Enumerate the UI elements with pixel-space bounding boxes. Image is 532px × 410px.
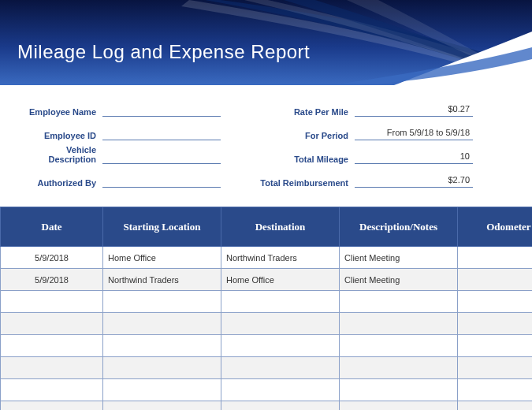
cell-date[interactable] [1, 313, 103, 335]
header-description: Description/Notes [340, 207, 458, 247]
total-mileage-value[interactable]: 10 [355, 151, 473, 164]
cell-dest[interactable] [221, 357, 340, 379]
employee-id-value[interactable] [102, 128, 221, 140]
cell-dest[interactable] [221, 379, 340, 401]
cell-desc[interactable]: Client Meeting [340, 269, 458, 291]
cell-date[interactable]: 5/9/2018 [1, 269, 103, 291]
report-header: Mileage Log and Expense Report [0, 0, 532, 85]
cell-dest[interactable] [221, 335, 340, 357]
cell-odo[interactable] [458, 335, 533, 357]
mileage-table: Date Starting Location Destination Descr… [0, 207, 532, 410]
cell-desc[interactable] [340, 313, 458, 335]
cell-desc[interactable] [340, 401, 458, 411]
cell-odo[interactable] [458, 269, 533, 291]
rate-per-mile-value[interactable]: $0.27 [355, 104, 473, 117]
cell-start[interactable] [103, 335, 221, 357]
cell-date[interactable] [1, 357, 103, 379]
cell-odo[interactable] [458, 401, 533, 411]
cell-start[interactable] [103, 379, 221, 401]
cell-odo[interactable] [458, 247, 533, 269]
employee-name-value[interactable] [102, 104, 221, 117]
cell-start[interactable]: Northwind Traders [103, 269, 221, 291]
total-reimbursement-label: Total Reimbursement [252, 178, 355, 188]
cell-odo[interactable] [458, 291, 533, 313]
employee-id-label: Employee ID [17, 131, 102, 140]
for-period-value[interactable]: From 5/9/18 to 5/9/18 [355, 128, 473, 140]
cell-desc[interactable] [340, 291, 458, 313]
cell-odo[interactable] [458, 379, 533, 401]
total-reimbursement-value[interactable]: $2.70 [355, 175, 473, 188]
header-starting-location: Starting Location [103, 207, 221, 247]
cell-desc[interactable]: Client Meeting [340, 247, 458, 269]
table-row [1, 313, 533, 335]
cell-date[interactable] [1, 379, 103, 401]
table-row: 5/9/2018Northwind TradersHome OfficeClie… [1, 269, 533, 291]
mileage-table-wrap: Date Starting Location Destination Descr… [0, 207, 532, 410]
authorized-by-label: Authorized By [17, 178, 102, 188]
table-row: 5/9/2018Home OfficeNorthwind TradersClie… [1, 247, 533, 269]
total-mileage-label: Total Mileage [252, 155, 355, 164]
table-row [1, 401, 533, 411]
report-title: Mileage Log and Expense Report [17, 41, 310, 63]
authorized-by-value[interactable] [102, 175, 221, 188]
cell-dest[interactable] [221, 291, 340, 313]
cell-desc[interactable] [340, 379, 458, 401]
cell-date[interactable]: 5/9/2018 [1, 247, 103, 269]
cell-start[interactable] [103, 313, 221, 335]
cell-date[interactable] [1, 291, 103, 313]
table-row [1, 335, 533, 357]
info-section: Employee Name Rate Per Mile $0.27 Employ… [0, 85, 532, 207]
cell-dest[interactable]: Home Office [221, 269, 340, 291]
table-header-row: Date Starting Location Destination Descr… [1, 207, 533, 247]
cell-start[interactable] [103, 357, 221, 379]
cell-odo[interactable] [458, 357, 533, 379]
cell-start[interactable] [103, 291, 221, 313]
cell-dest[interactable] [221, 313, 340, 335]
vehicle-desc-label: Vehicle Description [17, 145, 102, 164]
header-destination: Destination [221, 207, 340, 247]
cell-dest[interactable] [221, 401, 340, 411]
cell-desc[interactable] [340, 335, 458, 357]
employee-name-label: Employee Name [17, 107, 102, 117]
for-period-label: For Period [252, 131, 355, 140]
cell-odo[interactable] [458, 313, 533, 335]
cell-start[interactable]: Home Office [103, 247, 221, 269]
table-row [1, 379, 533, 401]
cell-dest[interactable]: Northwind Traders [221, 247, 340, 269]
cell-date[interactable] [1, 335, 103, 357]
vehicle-desc-value[interactable] [102, 151, 221, 164]
cell-desc[interactable] [340, 357, 458, 379]
header-odometer: Odometer S [458, 207, 533, 247]
table-row [1, 357, 533, 379]
header-date: Date [1, 207, 103, 247]
cell-start[interactable] [103, 401, 221, 411]
cell-date[interactable] [1, 401, 103, 411]
rate-per-mile-label: Rate Per Mile [252, 107, 355, 117]
table-row [1, 291, 533, 313]
